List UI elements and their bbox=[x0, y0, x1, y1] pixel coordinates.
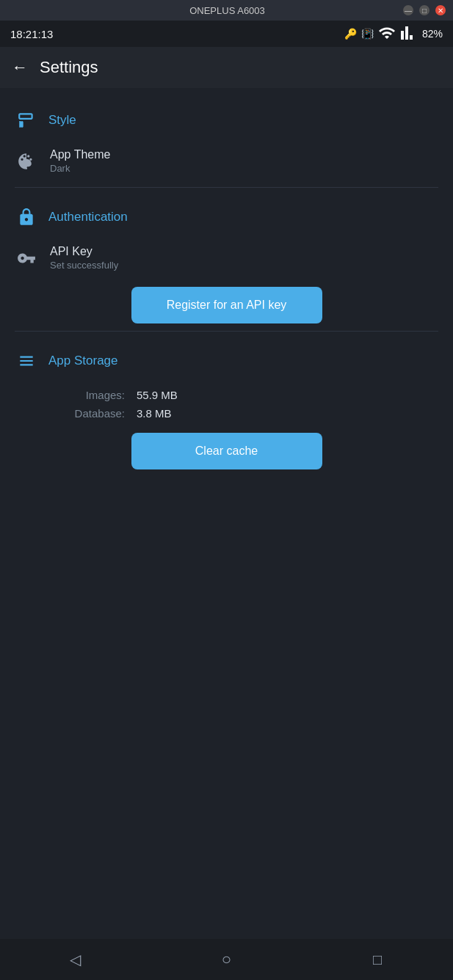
storage-section-title: App Storage bbox=[48, 354, 118, 368]
nav-recents-button[interactable]: □ bbox=[363, 945, 392, 974]
clear-cache-button[interactable]: Clear cache bbox=[131, 433, 322, 469]
api-key-icon bbox=[15, 246, 38, 270]
bottom-nav: ◁ ○ □ bbox=[0, 939, 453, 980]
status-icons: 🔑 📳 82% bbox=[344, 24, 443, 44]
signal-icon bbox=[400, 24, 418, 44]
window-bar: ONEPLUS A6003 — □ ✕ bbox=[0, 0, 453, 21]
back-button[interactable]: ← bbox=[12, 58, 28, 77]
storage-icon bbox=[15, 349, 38, 373]
database-label: Database: bbox=[51, 407, 125, 420]
title-bar: ← Settings bbox=[0, 47, 453, 88]
divider-2 bbox=[15, 331, 438, 332]
key-icon: 🔑 bbox=[344, 28, 357, 40]
app-theme-text: App Theme Dark bbox=[50, 148, 110, 174]
page-title: Settings bbox=[40, 58, 98, 77]
wifi-icon bbox=[378, 24, 396, 44]
status-time: 18:21:13 bbox=[10, 28, 53, 40]
database-storage-row: Database: 3.8 MB bbox=[51, 404, 438, 423]
images-storage-row: Images: 55.9 MB bbox=[51, 386, 438, 404]
nav-back-button[interactable]: ◁ bbox=[61, 945, 90, 974]
battery-level: 82% bbox=[422, 28, 443, 40]
api-key-item[interactable]: API Key Set successfully bbox=[0, 236, 453, 279]
maximize-button[interactable]: □ bbox=[419, 5, 430, 15]
minimize-button[interactable]: — bbox=[403, 5, 413, 15]
app-theme-label: App Theme bbox=[50, 148, 110, 161]
auth-section-header: Authentication bbox=[0, 192, 453, 236]
images-value: 55.9 MB bbox=[137, 389, 178, 401]
auth-section-title: Authentication bbox=[48, 210, 128, 224]
vibrate-icon: 📳 bbox=[361, 28, 374, 40]
window-controls: — □ ✕ bbox=[403, 5, 446, 15]
images-label: Images: bbox=[51, 389, 125, 401]
settings-content: Style App Theme Dark Authentication bbox=[0, 88, 453, 484]
nav-recents-icon: □ bbox=[373, 951, 382, 968]
storage-section-header: App Storage bbox=[0, 336, 453, 380]
close-button[interactable]: ✕ bbox=[435, 5, 446, 15]
nav-home-button[interactable]: ○ bbox=[211, 945, 241, 974]
register-api-key-button[interactable]: Register for an API key bbox=[131, 287, 322, 323]
style-section-header: Style bbox=[0, 95, 453, 139]
storage-info: Images: 55.9 MB Database: 3.8 MB bbox=[0, 380, 453, 425]
nav-back-icon: ◁ bbox=[70, 951, 81, 968]
theme-icon bbox=[15, 150, 38, 173]
api-key-label: API Key bbox=[50, 245, 118, 258]
style-section-title: Style bbox=[48, 113, 76, 128]
style-icon bbox=[15, 109, 38, 132]
app-theme-item[interactable]: App Theme Dark bbox=[0, 139, 453, 183]
api-key-text: API Key Set successfully bbox=[50, 245, 118, 271]
database-value: 3.8 MB bbox=[137, 407, 172, 420]
nav-home-icon: ○ bbox=[222, 950, 231, 969]
app-theme-value: Dark bbox=[50, 163, 110, 174]
api-key-status: Set successfully bbox=[50, 260, 118, 271]
divider-1 bbox=[15, 187, 438, 188]
device-name: ONEPLUS A6003 bbox=[51, 5, 403, 16]
auth-icon bbox=[15, 205, 38, 229]
status-bar: 18:21:13 🔑 📳 82% bbox=[0, 21, 453, 47]
